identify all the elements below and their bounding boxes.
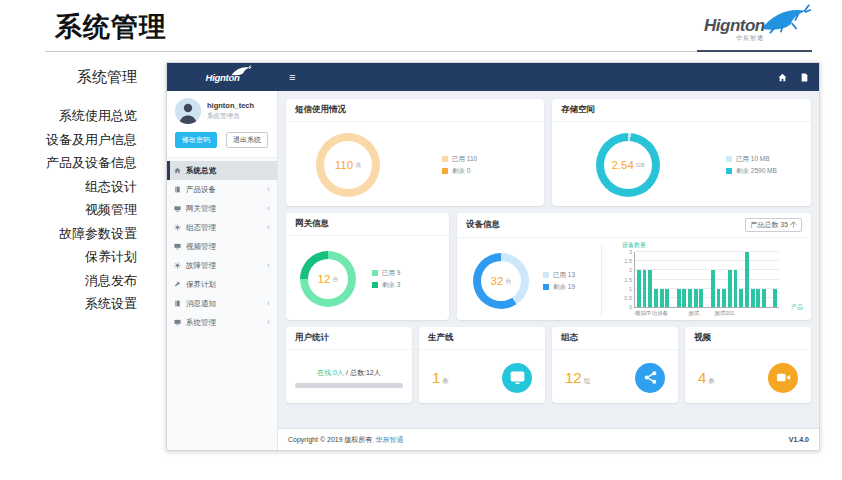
home-icon[interactable] [778, 73, 787, 82]
company-link[interactable]: 华辰智通 [376, 435, 404, 445]
gateway-unit: 台 [332, 275, 338, 284]
gateway-card: 网关信息 12 台 已用 9剩余 3 [286, 213, 449, 320]
legend-swatch [442, 156, 448, 162]
chevron-left-icon: ‹ [267, 261, 270, 270]
outer-nav: 系统管理 系统使用总览设备及用户信息产品及设备信息组态设计视频管理故障参数设置保… [0, 68, 137, 316]
sidebar-menu-item[interactable]: 产品设备‹ [167, 180, 277, 199]
outer-nav-items: 系统使用总览设备及用户信息产品及设备信息组态设计视频管理故障参数设置保养计划消息… [0, 104, 137, 316]
stat-value: 1条 [432, 369, 449, 387]
sidebar-menu-item[interactable]: 消息通知‹ [167, 294, 277, 313]
y-axis-tick: 0 [629, 304, 632, 310]
legend-label: 已用 13 [553, 271, 575, 280]
outer-nav-item[interactable]: 产品及设备信息 [0, 151, 137, 175]
bar [756, 289, 760, 307]
logo-text: Hignton [704, 16, 765, 36]
sidebar-menu-item[interactable]: 系统总览 [167, 161, 277, 180]
x-axis-tick-label: 模拟中冶设备 [635, 310, 668, 317]
legend-item: 剩余 19 [543, 283, 593, 292]
legend-swatch [726, 156, 732, 162]
product-total-badge[interactable]: 产品总数 35 个 [745, 218, 802, 232]
outer-nav-item[interactable]: 设备及用户信息 [0, 128, 137, 152]
logout-button[interactable]: 退出系统 [226, 132, 268, 148]
antelope-icon [228, 65, 254, 77]
outer-nav-item[interactable]: 组态设计 [0, 175, 137, 199]
bar [722, 289, 726, 307]
bar [751, 289, 755, 307]
chevron-left-icon: ‹ [267, 185, 270, 194]
sidebar-menu-item[interactable]: 故障管理‹ [167, 256, 277, 275]
card-title: 视频 [694, 332, 711, 344]
share-icon [635, 363, 665, 393]
sidebar-menu-item[interactable]: 系统管理‹ [167, 313, 277, 332]
sidebar-item-label: 产品设备 [186, 185, 216, 195]
outer-nav-header: 系统管理 [0, 68, 137, 87]
legend-swatch [372, 282, 378, 288]
change-password-button[interactable]: 修改密码 [175, 132, 217, 148]
legend-label: 已用 110 [452, 155, 477, 164]
sidebar-item-label: 系统总览 [186, 166, 216, 176]
storage-card: 存储空间 2.54 GB 已用 10 MB剩余 2590 MB [552, 99, 811, 206]
dashboard-sidebar: hignton_tech 系统管理员 修改密码 退出系统 系统总览产品设备‹网关… [167, 91, 278, 450]
legend-label: 已用 9 [382, 269, 400, 278]
sidebar-menu-item[interactable]: 视频管理 [167, 237, 277, 256]
chevron-left-icon: ‹ [267, 223, 270, 232]
home-icon [174, 167, 186, 174]
legend-item: 剩余 0 [442, 167, 477, 176]
sidebar-menu-item[interactable]: 网关管理‹ [167, 199, 277, 218]
y-axis-tick: 2.5 [624, 258, 632, 264]
card-title: 用户统计 [295, 332, 329, 344]
bar [739, 289, 743, 307]
outer-nav-item[interactable]: 系统设置 [0, 292, 137, 316]
y-axis-tick: 3 [629, 249, 632, 255]
storage-legend: 已用 10 MB剩余 2590 MB [726, 152, 777, 179]
outer-nav-item[interactable]: 消息发布 [0, 269, 137, 293]
legend-label: 已用 10 MB [736, 155, 770, 164]
x-axis-tick-label: 测试001 [714, 310, 734, 317]
bar [654, 289, 658, 307]
document-icon[interactable] [800, 73, 809, 82]
outer-nav-item[interactable]: 保养计划 [0, 245, 137, 269]
sidebar-item-label: 故障管理 [186, 261, 216, 271]
storage-value: 2.54 [611, 159, 633, 171]
legend-label: 剩余 19 [553, 283, 575, 292]
legend-swatch [543, 284, 549, 290]
online-progress-bar [295, 383, 402, 388]
bar [745, 252, 749, 307]
avatar [175, 98, 201, 124]
charts-row-1: 短信使用情况 110 条 已用 110剩余 0 存储空间 [286, 99, 811, 206]
user-panel: hignton_tech 系统管理员 修改密码 退出系统 [167, 91, 277, 158]
card-title: 短信使用情况 [295, 104, 346, 116]
book-icon [174, 186, 186, 193]
bar [677, 289, 681, 307]
page-title: 系统管理 [55, 9, 167, 45]
stat-value: 12组 [565, 369, 590, 387]
divider [601, 246, 602, 316]
menu-toggle-icon[interactable]: ≡ [289, 72, 295, 83]
outer-nav-item[interactable]: 系统使用总览 [0, 104, 137, 128]
sms-usage-card: 短信使用情况 110 条 已用 110剩余 0 [286, 99, 544, 206]
bar [711, 270, 715, 307]
bar-series [635, 252, 779, 307]
bar [734, 270, 738, 307]
legend-label: 剩余 0 [452, 167, 470, 176]
card-title: 存储空间 [561, 104, 595, 116]
legend-swatch [442, 168, 448, 174]
device-bar-chart: 设备数量 产品 00.511.522.53模拟中冶设备测试测试001 [610, 240, 801, 320]
user-stats-text: 在线:0人 / 总数:12人 [317, 368, 380, 378]
copyright-text: Copyright © 2019 版权所有 [288, 435, 373, 445]
sidebar-menu-item[interactable]: 保养计划 [167, 275, 277, 294]
legend-item: 已用 110 [442, 155, 477, 164]
outer-nav-item[interactable]: 故障参数设置 [0, 222, 137, 246]
legend-swatch [726, 168, 732, 174]
legend-item: 已用 9 [372, 269, 400, 278]
outer-nav-item[interactable]: 视频管理 [0, 198, 137, 222]
legend-item: 剩余 3 [372, 281, 400, 290]
device-donut-chart: 32 台 [473, 253, 529, 309]
book-icon [174, 300, 186, 307]
bar [688, 289, 692, 307]
dashboard-footer: Copyright © 2019 版权所有 华辰智通 V1.4.0 [278, 428, 819, 450]
legend-label: 剩余 3 [382, 281, 400, 290]
dashboard-window: Hignton ≡ [166, 62, 820, 451]
sidebar-menu-item[interactable]: 组态管理‹ [167, 218, 277, 237]
sidebar-item-label: 网关管理 [186, 204, 216, 214]
